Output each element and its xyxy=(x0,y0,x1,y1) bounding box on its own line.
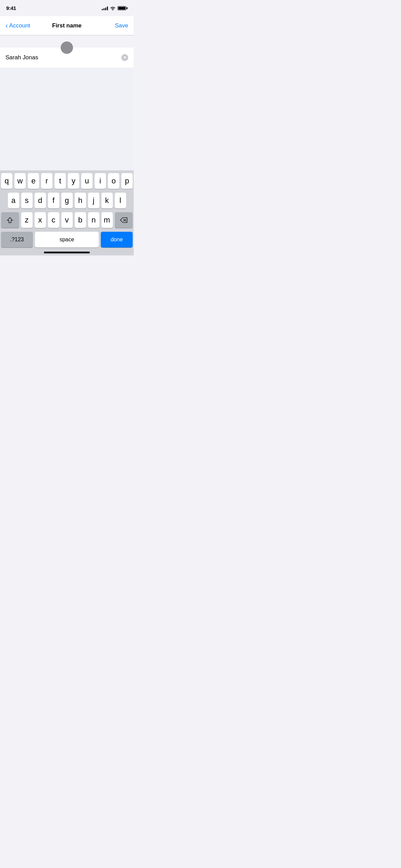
key-c[interactable]: c xyxy=(48,212,59,228)
home-indicator xyxy=(0,249,134,255)
key-u[interactable]: u xyxy=(81,173,93,189)
home-bar xyxy=(44,252,90,253)
key-v[interactable]: v xyxy=(61,212,73,228)
clear-button[interactable]: ✕ xyxy=(121,54,128,61)
back-label: Account xyxy=(9,22,30,29)
key-n[interactable]: n xyxy=(88,212,99,228)
key-z[interactable]: z xyxy=(21,212,33,228)
clear-icon: ✕ xyxy=(123,56,126,60)
key-r[interactable]: r xyxy=(41,173,52,189)
key-k[interactable]: k xyxy=(101,193,113,208)
back-chevron-icon: ‹ xyxy=(5,22,8,29)
space-key[interactable]: space xyxy=(35,232,99,248)
key-o[interactable]: o xyxy=(108,173,119,189)
shift-icon xyxy=(7,217,13,224)
key-s[interactable]: s xyxy=(21,193,33,208)
battery-icon xyxy=(118,6,126,10)
done-key[interactable]: done xyxy=(101,232,133,248)
content-area xyxy=(0,68,134,170)
key-b[interactable]: b xyxy=(75,212,86,228)
save-button[interactable]: Save xyxy=(101,22,128,29)
keyboard-row-4: .?123 space done xyxy=(1,232,133,248)
input-row: ✕ xyxy=(0,48,134,68)
numbers-key[interactable]: .?123 xyxy=(1,232,33,248)
drag-handle xyxy=(61,41,73,54)
shift-key[interactable] xyxy=(1,212,19,228)
first-name-input[interactable] xyxy=(5,54,121,61)
nav-bar: ‹ Account First name Save xyxy=(0,16,134,35)
signal-icon xyxy=(102,6,108,10)
key-x[interactable]: x xyxy=(35,212,46,228)
status-icons xyxy=(102,6,126,10)
key-g[interactable]: g xyxy=(61,193,73,208)
key-p[interactable]: p xyxy=(121,173,133,189)
key-i[interactable]: i xyxy=(95,173,106,189)
key-t[interactable]: t xyxy=(54,173,66,189)
nav-title: First name xyxy=(52,22,82,29)
back-button[interactable]: ‹ Account xyxy=(5,22,33,29)
wifi-icon xyxy=(110,6,116,10)
key-m[interactable]: m xyxy=(101,212,113,228)
key-l[interactable]: l xyxy=(115,193,126,208)
backspace-icon xyxy=(120,217,127,223)
key-d[interactable]: d xyxy=(35,193,46,208)
key-e[interactable]: e xyxy=(28,173,39,189)
key-y[interactable]: y xyxy=(68,173,79,189)
keyboard-row-1: q w e r t y u i o p xyxy=(1,173,133,189)
status-bar: 9:41 xyxy=(0,0,134,16)
keyboard: q w e r t y u i o p a s d f g h j k l z … xyxy=(0,170,134,249)
key-q[interactable]: q xyxy=(1,173,12,189)
key-a[interactable]: a xyxy=(8,193,19,208)
keyboard-row-2: a s d f g h j k l xyxy=(1,193,133,208)
keyboard-row-3: z x c v b n m xyxy=(1,212,133,228)
key-f[interactable]: f xyxy=(48,193,59,208)
key-j[interactable]: j xyxy=(88,193,99,208)
status-time: 9:41 xyxy=(6,5,16,11)
backspace-key[interactable] xyxy=(115,212,133,228)
key-w[interactable]: w xyxy=(14,173,26,189)
key-h[interactable]: h xyxy=(75,193,86,208)
